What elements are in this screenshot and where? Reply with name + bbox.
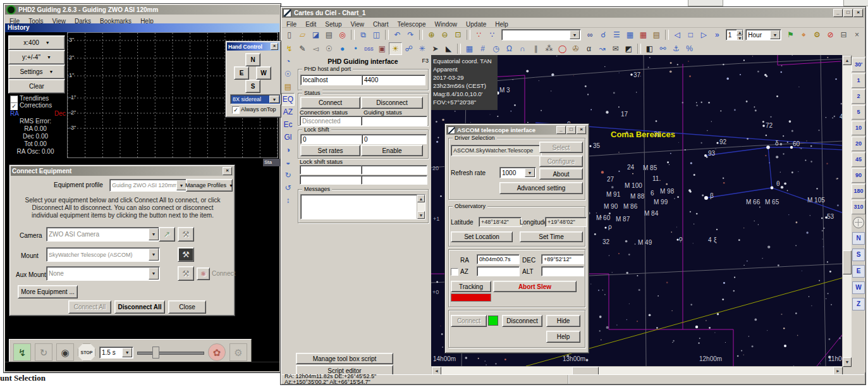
camera-settings-icon[interactable]: ⚙ xyxy=(229,343,247,361)
direction-button-e[interactable]: E xyxy=(852,265,865,278)
set-rates-button[interactable]: Set rates xyxy=(300,145,360,156)
dss-image-icon[interactable]: DSS xyxy=(362,42,376,55)
chevron-down-icon[interactable]: ▼ xyxy=(570,30,580,39)
rotate-ccw-icon[interactable]: ↺ xyxy=(281,181,295,194)
show-nebulae-icon[interactable]: ☉ xyxy=(322,42,336,55)
close-icon[interactable]: × xyxy=(271,43,278,50)
chevron-down-icon[interactable]: ▼ xyxy=(525,168,535,177)
guide-rate-dropdown[interactable]: 8X sidereal ▼ xyxy=(230,94,281,104)
scroll-down-icon[interactable]: ▼ xyxy=(843,357,852,367)
enable-button[interactable]: Enable xyxy=(361,145,423,156)
search-combobox[interactable]: ▼ xyxy=(501,29,581,40)
aux-setup-icon[interactable]: ⚒ xyxy=(178,266,194,281)
messages-textarea[interactable]: ▲ ▼ xyxy=(300,194,425,219)
save-chart-icon[interactable]: ◪ xyxy=(309,28,322,41)
print-chart-icon[interactable]: ▤ xyxy=(322,28,336,41)
lock-shift-x-input[interactable]: 0 xyxy=(300,134,364,144)
dec-field[interactable]: +89°52'12" xyxy=(541,254,584,264)
history-clear-button[interactable]: Clear xyxy=(8,79,65,94)
time-stop-icon[interactable]: □ xyxy=(684,28,697,41)
chevron-down-icon[interactable]: ▼ xyxy=(770,30,780,39)
chevron-down-icon[interactable]: ▼ xyxy=(149,228,159,240)
az-checkbox[interactable] xyxy=(451,268,458,276)
zoom-in-icon[interactable]: ⊕ xyxy=(425,28,438,41)
mirror-vertical-icon[interactable]: ◒ xyxy=(281,156,295,169)
lock-shift-y-input[interactable]: 0 xyxy=(362,134,427,144)
show-grid-icon[interactable]: ▦ xyxy=(463,42,476,55)
loop-exposures-icon[interactable]: ↻ xyxy=(35,343,52,361)
fewer-stars-icon[interactable]: ∵ xyxy=(486,28,499,41)
maximize-icon[interactable]: □ xyxy=(566,126,576,134)
telescope-config-icon[interactable]: ⚙ xyxy=(810,28,824,41)
step-forward-icon[interactable]: ▷ xyxy=(697,28,711,41)
night-mode-icon[interactable]: ⚑ xyxy=(784,28,797,41)
disconnect-all-button[interactable]: Disconnect All xyxy=(114,300,165,314)
scrollbar-thumb[interactable] xyxy=(843,250,852,274)
new-chart-icon[interactable]: ▯ xyxy=(283,28,296,41)
constellation-figures-icon[interactable]: Ω xyxy=(503,42,516,55)
fov-button-90[interactable]: 90 xyxy=(852,168,865,183)
artificial-satellite-icon[interactable]: ✎ xyxy=(296,42,309,55)
link-frames-icon[interactable]: ⚯ xyxy=(656,42,669,55)
select-cursor-icon[interactable]: ➤ xyxy=(429,42,442,55)
hand-control-titlebar[interactable]: Hand Control × xyxy=(227,42,279,51)
scroll-up-icon[interactable]: ▲ xyxy=(417,195,425,202)
coord-galactic-button[interactable]: Gl xyxy=(281,131,295,144)
close-icon[interactable]: × xyxy=(853,9,863,17)
scroll-down-icon[interactable]: ▼ xyxy=(417,211,425,219)
abort-slew-button[interactable]: Abort Slew xyxy=(493,281,577,292)
phd2-titlebar[interactable]: PHD2 Guiding 2.6.3 - Guiding ZWO ASI 120… xyxy=(5,5,279,15)
fov-button-310[interactable]: 310 xyxy=(852,200,865,214)
maximize-icon[interactable]: □ xyxy=(843,9,853,17)
set-location-button[interactable]: Set Location xyxy=(451,231,513,242)
add-label-icon[interactable]: ✳ xyxy=(415,42,429,55)
zoom-window-icon[interactable]: ⊡ xyxy=(451,28,465,41)
fov-button-45[interactable]: 45 xyxy=(852,152,865,167)
fov-button-180[interactable]: 180 xyxy=(852,184,865,199)
direction-button-n[interactable]: N xyxy=(852,232,865,245)
rotate-cw-icon[interactable]: ↻ xyxy=(281,169,295,181)
spinner-down-icon[interactable]: ▼ xyxy=(737,35,743,40)
connect-all-button[interactable]: Connect All xyxy=(68,300,111,314)
solar-system-icon[interactable]: ☉ xyxy=(281,68,295,80)
refresh-rate-dropdown[interactable]: 1000 ▼ xyxy=(499,167,536,178)
phd-host-input[interactable]: localhost xyxy=(300,75,364,85)
phd2-menubar[interactable]: FileToolsViewDarksBookmarksHelp xyxy=(5,15,279,23)
direction-button-w[interactable]: W xyxy=(852,281,865,294)
minimize-icon[interactable]: _ xyxy=(556,126,566,134)
history-titlebar[interactable]: History xyxy=(5,23,279,32)
advanced-setting-button[interactable]: Advanced setting xyxy=(499,182,583,194)
fov-button-1[interactable]: 1 xyxy=(852,73,865,88)
mount-setup-icon[interactable]: ⚒ xyxy=(178,247,194,262)
send-report-icon[interactable]: ✉ xyxy=(609,42,622,55)
fov-button-5[interactable]: 5 xyxy=(852,105,865,120)
copy-chart-icon[interactable]: ⧉ xyxy=(357,28,370,41)
corrections-checkbox[interactable] xyxy=(10,102,18,110)
driver-select-button[interactable]: Select xyxy=(539,142,583,153)
chevron-down-icon[interactable]: ▼ xyxy=(122,348,132,357)
camera-select-icon[interactable]: ↗ xyxy=(159,227,175,242)
object-path-icon[interactable]: ↝ xyxy=(596,42,609,55)
constellation-boundaries-icon[interactable]: ∥ xyxy=(529,42,542,55)
exposure-dropdown[interactable]: 1.5 s ▼ xyxy=(99,347,133,359)
fill-mode-icon[interactable]: ◩ xyxy=(622,42,635,55)
coord-equatorial-button[interactable]: EQ xyxy=(281,93,295,106)
camera-dropdown[interactable]: ZWO ASI Camera ▼ xyxy=(46,227,160,242)
more-stars-icon[interactable]: ∵ xyxy=(472,28,486,41)
compass-icon[interactable] xyxy=(853,217,864,228)
toolbar-dock-icon[interactable]: ⊟ xyxy=(837,28,850,41)
datetime-icon[interactable]: ◔ xyxy=(281,55,295,68)
twilight-icon[interactable]: ↯ xyxy=(283,42,296,55)
set-time-button[interactable]: Set Time xyxy=(520,231,583,242)
mirror-horizontal-icon[interactable]: ◑ xyxy=(281,144,295,156)
coord-ecliptic-button[interactable]: Ec xyxy=(281,118,295,131)
center-target-icon[interactable]: ◎ xyxy=(336,28,349,41)
advanced-search-icon[interactable]: ☌ xyxy=(597,28,610,41)
camera-setup-icon[interactable]: ⚒ xyxy=(178,227,194,242)
flip-updown-icon[interactable]: ↕ xyxy=(281,194,295,207)
notes-icon[interactable]: ▤ xyxy=(650,28,663,41)
ascom-titlebar[interactable]: ASCOM telescope interface _ □ × xyxy=(446,125,587,135)
chevron-down-icon[interactable]: ▼ xyxy=(149,249,159,261)
slider-thumb[interactable] xyxy=(152,347,159,359)
tracking-button[interactable]: Tracking xyxy=(451,281,491,292)
